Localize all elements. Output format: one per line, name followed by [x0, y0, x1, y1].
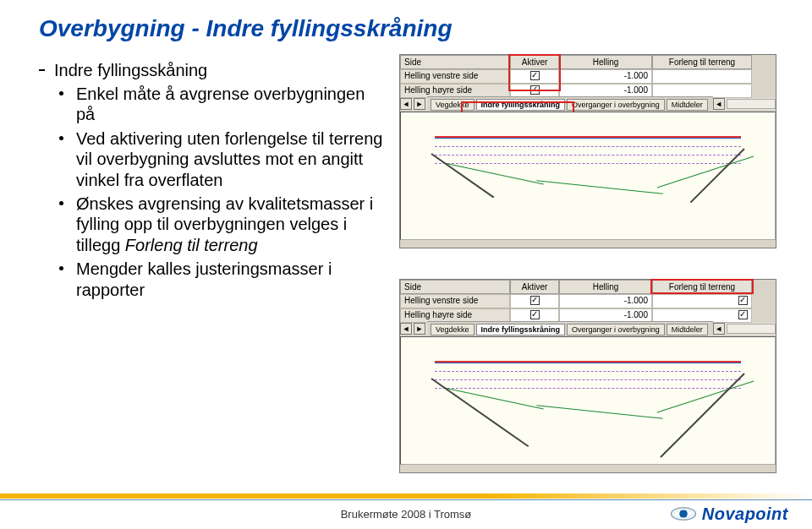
- col-helling: Helling: [559, 55, 652, 69]
- bullet-l2d: Mengder kalles justeringsmasser i rappor…: [39, 259, 386, 300]
- tab-strip: Vegdekke Indre fyllingsskråning Overgang…: [427, 321, 713, 337]
- content-block: Indre fyllingsskåning Enkel måte å avgre…: [39, 61, 386, 300]
- scroll-right-icon[interactable]: ►: [414, 323, 425, 335]
- line-dash: [435, 146, 741, 147]
- screenshot-bottom: Side Aktiver Helling Forleng til terreng…: [399, 279, 776, 473]
- scroll-track[interactable]: [727, 324, 776, 334]
- logo-eye-icon: [670, 504, 697, 524]
- line-surface-blue: [435, 138, 741, 139]
- bullet-l2c: Ønskes avgrensing av kvalitetsmasser i f…: [39, 194, 386, 255]
- checkbox-aktiver[interactable]: [510, 294, 559, 308]
- bullet-l2b: Ved aktivering uten forlengelse til terr…: [39, 128, 386, 190]
- scroll-left-icon[interactable]: ◄: [400, 98, 412, 110]
- footer-line: [0, 499, 812, 500]
- scrollbar-h[interactable]: ◄ ► Vegdekke Indre fyllingsskråning Over…: [400, 98, 776, 110]
- highlight-forleng-header: [650, 279, 754, 294]
- line-dash: [435, 388, 741, 389]
- checkbox-forleng[interactable]: [652, 294, 752, 308]
- terrain-line: [536, 405, 662, 419]
- line-dash: [435, 163, 741, 164]
- slope-left: [431, 153, 494, 198]
- cell-helling[interactable]: -1.000: [559, 69, 652, 84]
- cell-forleng[interactable]: [652, 69, 752, 84]
- cross-section-pane: [400, 336, 776, 465]
- tab-overganger[interactable]: Overganger i overbygning: [567, 99, 665, 111]
- col-aktiver: Aktiver: [510, 280, 559, 294]
- logo: Novapoint: [670, 504, 788, 524]
- line-surface-blue: [435, 363, 741, 363]
- scroll-left-icon[interactable]: ◄: [400, 323, 412, 335]
- footer-text: Brukermøte 2008 i Tromsø: [341, 508, 472, 521]
- line-dash: [435, 379, 741, 380]
- line-dash: [435, 155, 741, 155]
- scroll-track[interactable]: [727, 99, 776, 109]
- tab-vegdekke[interactable]: Vegdekke: [431, 324, 475, 335]
- page-title: Overbygning - Indre fyllingsskråning: [39, 15, 453, 42]
- scroll-left-icon[interactable]: ◄: [713, 323, 725, 335]
- terrain-line: [657, 155, 754, 188]
- highlight-aktiver: [508, 54, 561, 91]
- footer-band: [0, 494, 812, 499]
- col-side: Side: [400, 55, 510, 69]
- tab-midtdeler[interactable]: Midtdeler: [667, 324, 708, 335]
- bullet-l2a: Enkel måte å avgrense overbygningen på: [39, 84, 386, 125]
- col-forleng: Forleng til terreng: [652, 55, 752, 69]
- terrain-line: [657, 380, 754, 412]
- row-label: Helling venstre side: [400, 69, 510, 84]
- tab-indre-fyllingsskraning[interactable]: Indre fyllingsskråning: [476, 324, 566, 335]
- tab-overganger[interactable]: Overganger i overbygning: [567, 324, 665, 335]
- grid-header: Side Aktiver Helling Forleng til terreng: [400, 55, 776, 69]
- logo-text: Novapoint: [702, 504, 788, 524]
- cell-helling[interactable]: -1.000: [559, 294, 652, 308]
- col-side: Side: [400, 280, 510, 294]
- svg-point-1: [679, 510, 688, 518]
- scrollbar-h[interactable]: ◄ ► Vegdekke Indre fyllingsskråning Over…: [400, 323, 776, 335]
- cross-section-pane: [400, 112, 776, 240]
- bullet-l2c-em: Forleng til terreng: [125, 236, 258, 254]
- scroll-left-icon[interactable]: ◄: [713, 98, 725, 110]
- tab-midtdeler[interactable]: Midtdeler: [667, 99, 708, 111]
- row-label: Helling venstre side: [400, 294, 510, 308]
- slope-right-extended: [660, 373, 744, 457]
- terrain-line: [536, 180, 662, 194]
- table-row: Helling venstre side -1.000: [400, 294, 776, 308]
- col-helling: Helling: [559, 280, 652, 294]
- bullet-l1: Indre fyllingsskåning: [39, 61, 386, 80]
- scroll-right-icon[interactable]: ►: [414, 98, 425, 110]
- slope-right: [690, 148, 745, 203]
- screenshot-top: Side Aktiver Helling Forleng til terreng…: [399, 54, 776, 248]
- table-row: Helling venstre side -1.000: [400, 69, 776, 84]
- line-dash: [435, 371, 741, 372]
